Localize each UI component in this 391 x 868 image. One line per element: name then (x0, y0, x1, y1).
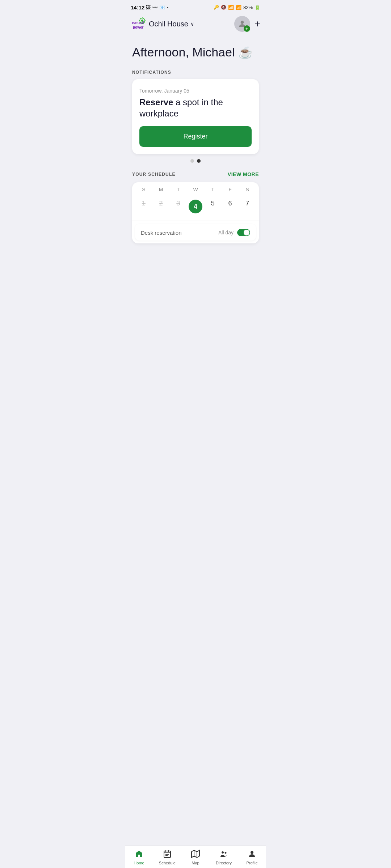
notification-date: Tomorrow, January 05 (139, 88, 252, 94)
app-bar-right: + + (234, 16, 260, 32)
all-day-label: All day (218, 230, 234, 235)
location-text: Ochil House (149, 20, 188, 28)
dot-2 (197, 159, 201, 163)
add-profile-button[interactable]: + (234, 16, 250, 32)
date-2[interactable]: 2 (152, 197, 170, 216)
day-sat: S (239, 187, 256, 192)
signal-icon: 📶 (236, 5, 241, 10)
desk-reservation-preview: Desk reservation All day (135, 224, 256, 241)
status-bar: 14:12 🖼 〰️ 📧 ● 🔑 🔇 📶 📶 82% 🔋 (125, 0, 266, 13)
battery-text: 82% (243, 5, 253, 10)
notification-card: Tomorrow, January 05 Reserve a spot in t… (132, 79, 259, 154)
chevron-down-icon: ∨ (190, 21, 194, 27)
schedule-header: YOUR SCHEDULE VIEW MORE (132, 171, 259, 177)
svg-text:power: power (133, 25, 144, 29)
date-7[interactable]: 7 (239, 197, 256, 216)
notifications-section: NOTIFICATIONS Tomorrow, January 05 Reser… (132, 70, 259, 163)
all-day-container: All day (218, 229, 250, 236)
svg-point-9 (141, 20, 143, 22)
photo-icon: 🖼 (146, 5, 151, 10)
notifications-label: NOTIFICATIONS (132, 70, 259, 75)
view-more-link[interactable]: VIEW MORE (228, 171, 259, 177)
date-5[interactable]: 5 (204, 197, 222, 216)
svg-point-10 (240, 21, 244, 24)
mute-icon: 🔇 (221, 5, 226, 10)
register-button[interactable]: Register (139, 126, 252, 147)
notification-text: Reserve a spot in the workplace (139, 97, 252, 119)
day-sun: S (135, 187, 152, 192)
desk-label: Desk reservation (141, 230, 182, 236)
email-icon: 📧 (159, 5, 165, 10)
wifi-icon: 📶 (228, 5, 234, 10)
greeting-text: Afternoon, Michael (132, 45, 235, 59)
date-1[interactable]: 1 (135, 197, 152, 216)
dot-icon: ● (167, 6, 168, 9)
pagination-dots (132, 159, 259, 163)
logo: natural power (131, 16, 146, 31)
app-bar-left: natural power Ochil House ∨ (131, 16, 194, 31)
day-fri: F (222, 187, 239, 192)
calendar-card: S M T W T F S 1 2 3 4 5 6 7 (132, 182, 259, 243)
location-selector[interactable]: Ochil House ∨ (149, 20, 194, 28)
day-thu: T (204, 187, 222, 192)
greeting: Afternoon, Michael ☕ (132, 45, 259, 60)
date-3[interactable]: 3 (169, 197, 187, 216)
svg-line-7 (140, 18, 140, 19)
day-wed: W (187, 187, 204, 192)
status-icons: 🔑 🔇 📶 📶 82% 🔋 (214, 5, 260, 10)
day-mon: M (152, 187, 170, 192)
date-4[interactable]: 4 (187, 197, 204, 216)
calendar-header: S M T W T F S (132, 182, 259, 195)
day-tue: T (169, 187, 187, 192)
svg-line-8 (144, 22, 144, 23)
key-icon: 🔑 (214, 5, 219, 10)
calendar-dates: 1 2 3 4 5 6 7 (132, 195, 259, 221)
notification-bold: Reserve (139, 97, 173, 107)
dot-1 (190, 159, 194, 163)
battery-icon: 🔋 (255, 5, 260, 10)
schedule-section: YOUR SCHEDULE VIEW MORE S M T W T F S 1 … (132, 171, 259, 243)
main-content: Afternoon, Michael ☕ NOTIFICATIONS Tomor… (125, 36, 266, 280)
schedule-label: YOUR SCHEDULE (132, 172, 176, 177)
natural-power-logo: natural power (131, 16, 146, 31)
status-time: 14:12 (131, 4, 144, 10)
greeting-emoji: ☕ (238, 46, 253, 59)
app-bar: natural power Ochil House ∨ + (125, 13, 266, 36)
toggle-on[interactable] (237, 229, 250, 236)
status-left: 14:12 🖼 〰️ 📧 ● (131, 4, 168, 10)
avatar-plus-icon: + (244, 25, 250, 32)
date-6[interactable]: 6 (222, 197, 239, 216)
maps-icon: 〰️ (152, 5, 158, 10)
add-button[interactable]: + (255, 19, 260, 29)
